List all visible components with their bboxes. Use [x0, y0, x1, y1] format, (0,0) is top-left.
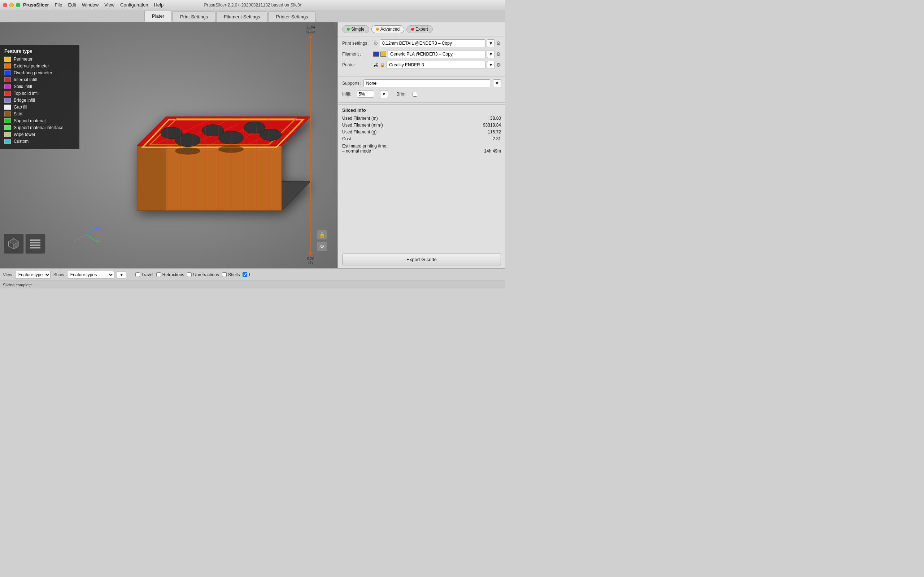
menu-item-configuration[interactable]: Configuration: [120, 2, 148, 8]
separator-1: [131, 271, 131, 279]
print-time-row: – normal mode 14h 49m: [342, 148, 501, 154]
view-controls: [3, 234, 45, 254]
legend-item-label: Skirt: [14, 111, 23, 116]
view-select[interactable]: Feature type: [15, 271, 50, 279]
legend-color-swatch: [4, 98, 11, 103]
l-label: L: [249, 272, 251, 277]
window-title: PrusaSlicer-2.2.0+-202003211132 based on…: [204, 3, 301, 8]
expert-mode-dot: [411, 28, 414, 31]
legend-item-label: Top solid infill: [14, 91, 39, 96]
filament-input[interactable]: [388, 50, 485, 58]
legend-color-swatch: [4, 105, 11, 110]
retractions-label: Retractions: [162, 272, 184, 277]
svg-point-19: [244, 122, 265, 134]
ruler-line: [310, 39, 311, 252]
printer-config-icon[interactable]: ⚙: [496, 62, 501, 68]
simple-mode-btn[interactable]: Simple: [342, 25, 369, 33]
close-button[interactable]: [3, 3, 7, 7]
retractions-checkbox-group: Retractions: [156, 272, 184, 277]
svg-point-17: [161, 127, 182, 139]
printer-settings-row: Printer : 🖨 🔒 ▼ ⚙: [342, 61, 501, 69]
3d-view-icon[interactable]: [3, 234, 24, 254]
layer-view-icon[interactable]: [25, 234, 45, 254]
sliced-row-value: 38.80: [490, 116, 501, 121]
svg-line-31: [87, 227, 97, 235]
legend-item: Custom: [4, 139, 75, 144]
legend-item-label: Gap fill: [14, 105, 27, 110]
legend-item: Internal infill: [4, 77, 75, 82]
printer-lock-icon: 🔒: [380, 62, 385, 68]
divider-1: [338, 76, 505, 76]
bottom-toolbar: View Feature type Show Feature types ▼ T…: [0, 268, 505, 280]
menu-item-window[interactable]: Window: [82, 2, 99, 8]
menu-item-view[interactable]: View: [104, 2, 115, 8]
app-name: PrusaSlicer: [23, 2, 49, 8]
infill-input[interactable]: [357, 90, 374, 98]
supports-input[interactable]: [363, 79, 490, 87]
legend-color-swatch: [4, 84, 11, 89]
filament-config-icon[interactable]: ⚙: [496, 51, 501, 57]
show-dropdown-btn[interactable]: ▼: [117, 271, 126, 279]
svg-line-32: [87, 235, 97, 242]
print-settings-input[interactable]: [380, 39, 485, 47]
expert-mode-btn[interactable]: Expert: [406, 25, 433, 33]
legend-item: Solid infill: [4, 84, 75, 89]
menu-item-help[interactable]: Help: [154, 2, 163, 8]
supports-dropdown[interactable]: ▼: [493, 79, 501, 87]
sliced-info-row: Used Filament (g) 115.72: [342, 129, 501, 134]
infill-dropdown[interactable]: ▼: [380, 90, 388, 98]
shells-checkbox[interactable]: [222, 272, 227, 277]
tab-printer-settings[interactable]: Printer Settings: [268, 11, 316, 22]
menu-bar: File Edit Window View Configuration Help: [55, 2, 164, 8]
retractions-checkbox[interactable]: [156, 272, 161, 277]
print-time-label: Estimated printing time:: [342, 143, 501, 148]
minimize-button[interactable]: [10, 3, 14, 7]
show-label: Show: [53, 272, 64, 277]
filament-dropdown[interactable]: ▼: [487, 50, 495, 58]
printer-input[interactable]: [386, 61, 485, 69]
legend-item: Support material: [4, 118, 75, 123]
l-checkbox-group: L: [242, 272, 251, 277]
legend-color-swatch: [4, 70, 11, 76]
statusbar: Slicing complete...: [0, 280, 505, 288]
maximize-button[interactable]: [16, 3, 20, 7]
brim-checkbox[interactable]: [412, 92, 417, 97]
legend-color-swatch: [4, 118, 11, 123]
print-settings-dropdown[interactable]: ▼: [487, 39, 495, 47]
print-settings-config-icon[interactable]: ⚙: [496, 40, 501, 46]
printer-dropdown[interactable]: ▼: [487, 61, 495, 69]
settings-icon[interactable]: ⚙: [317, 242, 327, 251]
export-gcode-button[interactable]: Export G-code: [342, 253, 501, 266]
filament-settings-row: Filament : ▼ ⚙: [342, 50, 501, 58]
layer-ruler: 31.04 (258) 0.20 (1): [306, 25, 315, 266]
svg-text:Y: Y: [98, 240, 101, 244]
tab-print-settings[interactable]: Print Settings: [173, 11, 215, 22]
svg-text:Z: Z: [98, 226, 100, 229]
svg-text:X: X: [74, 239, 76, 243]
print-settings-input-wrap: ⚙ ▼ ⚙: [373, 39, 501, 47]
legend-item-label: Internal infill: [14, 77, 37, 82]
show-select[interactable]: Feature types: [67, 271, 114, 279]
menu-item-file[interactable]: File: [55, 2, 63, 8]
divider-2: [338, 102, 505, 103]
lock-icon[interactable]: 🔒: [317, 230, 327, 239]
legend-color-swatch: [4, 125, 11, 130]
simple-mode-dot: [347, 28, 350, 31]
travel-checkbox[interactable]: [135, 272, 140, 277]
sliced-info-section: Sliced Info Used Filament (m) 38.80 Used…: [338, 104, 505, 181]
legend-color-swatch: [4, 139, 11, 144]
advanced-mode-btn[interactable]: Advanced: [372, 25, 404, 33]
tab-filament-settings[interactable]: Filament Settings: [216, 11, 267, 22]
legend-item-label: Support material: [14, 118, 45, 123]
sliced-row-value: 2.31: [493, 136, 501, 141]
legend-item-label: Overhang perimeter: [14, 70, 52, 76]
menu-item-edit[interactable]: Edit: [68, 2, 76, 8]
svg-point-18: [202, 125, 224, 136]
filament-input-wrap: ▼ ⚙: [373, 50, 501, 58]
l-checkbox[interactable]: [242, 272, 247, 277]
infill-label: Infill:: [342, 92, 351, 97]
tab-plater[interactable]: Plater: [144, 11, 172, 22]
print-time: Estimated printing time: – normal mode 1…: [342, 143, 501, 154]
unretractions-checkbox[interactable]: [187, 272, 192, 277]
legend-color-swatch: [4, 111, 11, 116]
